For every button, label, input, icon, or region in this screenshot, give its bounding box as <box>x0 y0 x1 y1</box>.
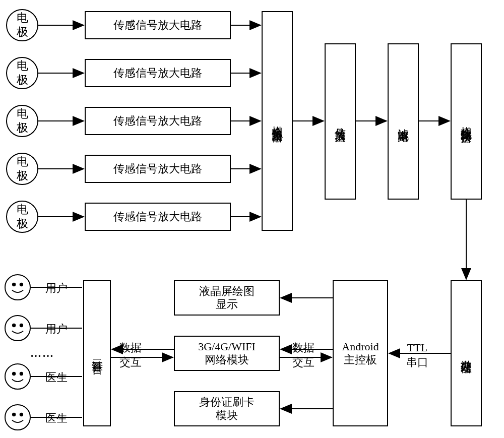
mcu-label: 微处理器 <box>460 351 473 355</box>
electrode-label: 电 极 <box>17 59 28 87</box>
cloud-box: 云计算平台 <box>83 280 111 426</box>
mux-label: 模拟多路复用器 <box>271 117 284 124</box>
doctor-label: 医生 <box>45 370 68 385</box>
ellipsis: …… <box>30 347 54 360</box>
data-exchange-label: 数据 交互 <box>292 341 314 369</box>
sensor-amp-box: 传感信号放大电路 <box>85 107 231 135</box>
sensor-amp-label: 传感信号放大电路 <box>113 19 202 32</box>
idcard-label: 身份证刷卡 模块 <box>199 396 255 422</box>
electrode-label: 电 极 <box>17 155 28 182</box>
ellipsis: …… <box>30 431 54 438</box>
user-face-icon <box>5 274 31 300</box>
electrode-node: 电 极 <box>6 9 38 41</box>
svg-point-3 <box>20 324 23 327</box>
sensor-amp-box: 传感信号放大电路 <box>85 155 231 183</box>
ttl-label: TTL 串口 <box>406 341 428 369</box>
lcd-box: 液晶屏绘图 显示 <box>174 280 280 316</box>
svg-point-4 <box>13 372 16 376</box>
android-box: Android 主控板 <box>333 280 388 426</box>
sensor-amp-label: 传感信号放大电路 <box>113 210 202 223</box>
sensor-amp-box: 传感信号放大电路 <box>85 203 231 231</box>
svg-point-6 <box>13 413 16 416</box>
cloud-label: 云计算平台 <box>90 351 103 356</box>
android-label: Android 主控板 <box>342 340 379 367</box>
svg-point-2 <box>13 324 16 327</box>
arrows-layer <box>0 0 504 438</box>
filter-label: 滤波电路 <box>397 119 410 123</box>
net-box: 3G/4G/WIFI 网络模块 <box>174 336 280 371</box>
idcard-box: 身份证刷卡 模块 <box>174 391 280 426</box>
sensor-amp-box: 传感信号放大电路 <box>85 59 231 87</box>
svg-point-0 <box>13 283 16 286</box>
adc-box: 模拟数字转换器 <box>451 43 482 200</box>
electrode-node: 电 极 <box>6 201 38 233</box>
filter-box: 滤波电路 <box>388 43 419 200</box>
electrode-node: 电 极 <box>6 105 38 137</box>
mcu-box: 微处理器 <box>451 280 482 426</box>
sensor-amp-label: 传感信号放大电路 <box>113 162 202 175</box>
adc-label: 模拟数字转换器 <box>460 118 473 125</box>
doctor-face-icon <box>5 363 31 390</box>
sig-amp-label: 信号放大器 <box>334 119 347 124</box>
electrode-label: 电 极 <box>17 203 28 230</box>
sensor-amp-label: 传感信号放大电路 <box>113 114 202 128</box>
sensor-amp-label: 传感信号放大电路 <box>113 67 202 80</box>
doctor-face-icon <box>5 404 31 430</box>
svg-point-7 <box>20 413 23 416</box>
user-label: 用户 <box>45 281 68 296</box>
electrode-node: 电 极 <box>6 57 38 89</box>
svg-point-1 <box>20 283 23 286</box>
sensor-amp-box: 传感信号放大电路 <box>85 11 231 39</box>
doctor-label: 医生 <box>45 411 68 426</box>
mux-box: 模拟多路复用器 <box>262 11 293 231</box>
sig-amp-box: 信号放大器 <box>325 43 356 200</box>
data-exchange-label: 数据 交互 <box>119 341 142 369</box>
svg-point-5 <box>20 372 23 376</box>
electrode-node: 电 极 <box>6 153 38 185</box>
net-label: 3G/4G/WIFI 网络模块 <box>198 340 256 367</box>
lcd-label: 液晶屏绘图 显示 <box>199 285 255 311</box>
user-face-icon <box>5 315 31 341</box>
electrode-label: 电 极 <box>17 107 28 135</box>
user-label: 用户 <box>45 322 68 337</box>
electrode-label: 电 极 <box>17 11 28 39</box>
